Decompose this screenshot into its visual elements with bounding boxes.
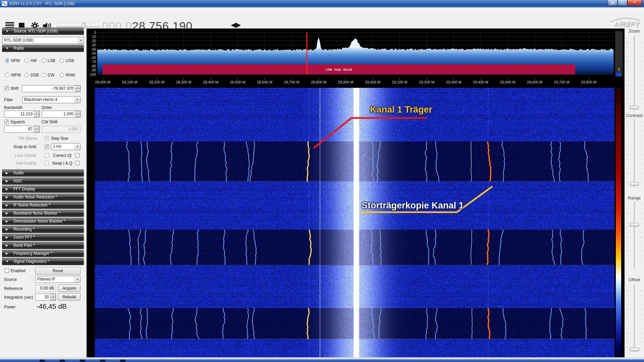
display-controls-panel: Zoom Contrast Range Offset <box>625 28 644 362</box>
mode-radio-dsb[interactable] <box>24 73 29 77</box>
slider-track <box>634 36 635 110</box>
mode-radio-nfm[interactable] <box>5 58 9 63</box>
display-area: 10m Ham Band 7 0 -10 -20 -30 -40 -50 -60… <box>87 28 625 358</box>
panel-header-band-plan[interactable]: ▶Band Plan * <box>2 242 84 249</box>
zoom-slider-thumb[interactable] <box>630 106 639 109</box>
radio-panel-header[interactable]: ▼ Radio <box>2 45 84 52</box>
mode-label-cw: CW <box>48 73 54 77</box>
shift-input[interactable]: -79.997.370 ▲▼ <box>22 85 80 92</box>
cw-shift-value: 1.000 <box>68 127 78 131</box>
source-panel-header[interactable]: ▼ Source: RTL-SDR (USB) <box>2 27 84 35</box>
mode-label-am: AM <box>31 58 37 63</box>
order-value: 1.000 <box>63 112 73 116</box>
taskbar-item[interactable] <box>60 360 65 362</box>
mode-radio-usb[interactable] <box>60 58 64 63</box>
squelch-checkbox[interactable] <box>4 120 9 124</box>
squelch-spinner[interactable]: ▲▼ <box>34 126 39 132</box>
spectrum-display[interactable]: 10m Ham Band 7 0 -10 -20 -30 -40 -50 -60… <box>87 28 625 77</box>
panel-header-if-noise-reduction[interactable]: ▶IF Noise Reduction * <box>2 201 84 209</box>
taskbar-item[interactable] <box>40 360 45 362</box>
diagnostics-enabled-checkbox[interactable] <box>5 268 9 273</box>
lock-carrier-checkbox <box>45 153 49 158</box>
filter-dropdown[interactable]: Blackman-Harris 4 ▼ <box>22 96 80 103</box>
squelch-input[interactable]: 67 ▲▼ <box>4 126 40 133</box>
range-slider-thumb[interactable] <box>630 223 639 227</box>
freq-tick: 29,100 M <box>392 80 408 84</box>
panel-header-demodulator-noise-blanker[interactable]: ▶Demodulator Noise Blanker * <box>2 218 84 225</box>
waterfall-display[interactable]: Kanal 1 Träger Störträgerkopie Kanal 1 <box>87 88 625 358</box>
radio-panel-title: Radio <box>13 45 24 52</box>
title-bar[interactable]: SDR# v1.0.0.1707 - RTL-SDR (USB) ▬ ▢ ✕ <box>0 0 644 7</box>
panel-header-frequency-manager[interactable]: ▶Frequency Manager * <box>2 250 84 257</box>
expand-arrow-icon: ▶ <box>6 234 8 241</box>
range-slider-label: Range <box>625 195 644 200</box>
contrast-slider[interactable] <box>625 120 644 187</box>
swap-iq-checkbox[interactable] <box>75 161 79 165</box>
taskbar-item[interactable] <box>120 360 125 362</box>
freq-tick: 28,200 M <box>149 80 164 84</box>
freq-tick: 29,800 M <box>581 80 596 84</box>
slider-ticks <box>641 38 643 108</box>
mode-radio-am[interactable] <box>24 58 29 63</box>
step-size-dropdown[interactable]: 1 Hz ▼ <box>51 143 80 150</box>
maximize-button[interactable]: ▢ <box>618 0 627 6</box>
integration-input[interactable]: 30 ▲▼ <box>35 294 56 301</box>
snap-to-grid-checkbox[interactable] <box>45 144 49 149</box>
offset-slider[interactable] <box>625 284 644 352</box>
airspy-logo-text: AIRSPY <box>614 21 640 29</box>
shift-checkbox[interactable] <box>4 86 9 90</box>
snr-bar-fill <box>616 73 621 76</box>
taskbar-item[interactable] <box>80 360 85 362</box>
diagnostics-source-dropdown[interactable]: Filtered IF ▼ <box>35 276 80 283</box>
order-input[interactable]: 1.000 ▲▼ <box>42 111 80 118</box>
reference-value: 0.00 dB <box>40 286 54 291</box>
panel-header-audio-noise-reduction[interactable]: ▶Audio Noise Reduction * <box>2 193 84 201</box>
integration-spinner[interactable]: ▲▼ <box>50 294 56 300</box>
rebuild-button[interactable]: Rebuild <box>58 293 80 301</box>
mode-label-wfm: WFM <box>11 73 21 77</box>
bandwidth-input[interactable]: 11.213 ▲▼ <box>4 111 40 118</box>
expand-arrow-icon: ▶ <box>6 242 8 249</box>
dropdown-arrow-icon: ▼ <box>78 37 84 44</box>
diagnostics-source-value: Filtered IF <box>37 277 55 282</box>
panel-header-zoom-fft[interactable]: ▶Zoom FFT * <box>2 234 84 241</box>
expand-arrow-icon: ▶ <box>6 209 8 217</box>
mode-radio-wfm[interactable] <box>5 73 9 77</box>
panel-header-recording[interactable]: ▶Recording * <box>2 226 84 233</box>
zoom-slider[interactable] <box>625 36 644 110</box>
panel-header-audio[interactable]: ▶Audio <box>2 169 84 177</box>
order-spinner[interactable]: ▲▼ <box>75 111 80 117</box>
reset-button[interactable]: Reset <box>35 267 80 275</box>
squelch-label: Squelch <box>10 120 25 124</box>
panel-header-baseband-noise-blanker[interactable]: ▶Baseband Noise Blanker * <box>2 209 84 217</box>
integration-label: Integration (sec) <box>4 295 33 300</box>
taskbar-item[interactable] <box>100 360 105 362</box>
anti-fading-label: Anti-Fading <box>16 161 36 166</box>
close-button[interactable]: ✕ <box>627 0 642 6</box>
power-value: -46,45 dB <box>36 302 67 310</box>
correct-iq-checkbox[interactable] <box>75 153 79 158</box>
reference-label: Reference <box>4 286 22 291</box>
lock-carrier-label: Lock Carrier <box>15 153 37 158</box>
frequency-step-arrows[interactable]: ◀▶ <box>231 21 240 29</box>
mode-radio-cw[interactable] <box>42 73 46 77</box>
panel-header-fft-display[interactable]: ▶FFT Display <box>2 185 84 193</box>
bandwidth-spinner[interactable]: ▲▼ <box>34 111 39 117</box>
minimize-button[interactable]: ▬ <box>608 0 618 6</box>
slider-track <box>634 284 635 352</box>
acquire-button[interactable]: Acquire <box>58 285 80 292</box>
mode-radio-lsb[interactable] <box>42 58 46 63</box>
panel-header-agc[interactable]: ▶AGC <box>2 177 84 185</box>
contrast-slider-thumb[interactable] <box>630 182 639 186</box>
taskbar[interactable] <box>0 359 644 362</box>
reference-input[interactable]: 0.00 dB <box>35 285 56 292</box>
offset-slider-label: Offset <box>625 277 644 282</box>
freq-tick: 28,500 M <box>230 80 246 84</box>
panel-header-signal-diagnostics[interactable]: ▼Signal Diagnostics * <box>2 258 84 265</box>
range-slider[interactable] <box>625 202 644 269</box>
source-device-dropdown[interactable]: RTL-SDR (USB) ▼ <box>2 37 84 44</box>
slider-track <box>634 202 635 269</box>
offset-slider-thumb[interactable] <box>630 348 639 351</box>
shift-spinner[interactable]: ▲▼ <box>75 85 80 92</box>
mode-radio-raw[interactable] <box>60 73 64 77</box>
